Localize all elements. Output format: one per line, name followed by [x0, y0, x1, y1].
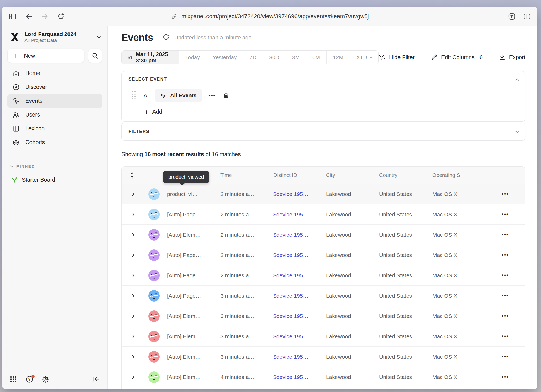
event-name[interactable]: [Auto] Elem… — [167, 354, 220, 360]
column-header-os[interactable]: Operating S — [432, 172, 485, 178]
distinct-id-link[interactable]: $device:195… — [273, 272, 326, 279]
hide-filter-button[interactable]: Hide Filter — [379, 54, 415, 61]
table-row[interactable]: [Auto] Elem… 2 minutes a… $device:195… L… — [122, 225, 525, 245]
preset-12m[interactable]: 12M — [326, 51, 350, 64]
table-row[interactable]: product_vi… 2 minutes a… $device:195… La… — [122, 184, 525, 204]
sidebar-item-users[interactable]: Users — [7, 108, 102, 122]
row-actions-icon[interactable]: ••• — [485, 374, 525, 380]
expand-row-icon[interactable] — [130, 335, 134, 338]
expand-row-icon[interactable] — [130, 315, 134, 318]
distinct-id-link[interactable]: $device:195… — [273, 333, 326, 340]
distinct-id-link[interactable]: $device:195… — [273, 232, 326, 238]
distinct-id-link[interactable]: $device:195… — [273, 293, 326, 299]
distinct-id-link[interactable]: $device:195… — [273, 252, 326, 258]
page-settings-icon[interactable] — [508, 13, 515, 20]
row-actions-icon[interactable]: ••• — [485, 272, 525, 278]
new-button[interactable]: + New — [7, 49, 84, 63]
column-header-time[interactable]: Time — [220, 172, 273, 178]
sidebar-item-events[interactable]: Events — [7, 94, 102, 108]
event-name[interactable]: [Auto] Elem… — [167, 333, 220, 340]
row-actions-icon[interactable]: ••• — [485, 211, 525, 217]
column-header-country[interactable]: Country — [379, 172, 432, 178]
settings-gear-icon[interactable] — [42, 375, 50, 383]
event-name[interactable]: [Auto] Page… — [167, 211, 220, 218]
sidebar-item-starter-board[interactable]: Starter Board — [7, 173, 102, 187]
table-row[interactable]: [Auto] Elem… 3 minutes a… $device:195… L… — [122, 326, 525, 347]
more-options-icon[interactable]: ••• — [209, 93, 216, 99]
search-button[interactable] — [88, 49, 102, 63]
event-name[interactable]: [Auto] Page… — [167, 272, 220, 279]
row-actions-icon[interactable]: ••• — [485, 354, 525, 360]
column-header-distinct-id[interactable]: Distinct ID — [273, 172, 326, 178]
preset-7d[interactable]: 7D — [243, 51, 263, 64]
help-icon[interactable]: ? — [26, 375, 33, 383]
event-name[interactable]: [Auto] Elem… — [167, 374, 220, 380]
row-actions-icon[interactable]: ••• — [485, 313, 525, 319]
sidebar-item-home[interactable]: Home — [7, 66, 102, 80]
row-actions-icon[interactable]: ••• — [485, 333, 525, 339]
sidebar-item-cohorts[interactable]: Cohorts — [7, 136, 102, 149]
expand-row-icon[interactable] — [130, 193, 134, 196]
event-name[interactable]: [Auto] Page… — [167, 252, 220, 258]
expand-row-icon[interactable] — [130, 274, 134, 277]
add-event-button[interactable]: + Add — [128, 108, 518, 115]
preset-xtd[interactable]: XTD — [350, 51, 378, 64]
split-view-icon[interactable] — [523, 13, 531, 20]
table-row[interactable]: [Auto] Elem… 3 minutes a… $device:195… L… — [122, 347, 525, 367]
event-time: 2 minutes a… — [220, 272, 273, 279]
collapse-sidebar-icon[interactable] — [92, 375, 100, 383]
row-actions-icon[interactable]: ••• — [485, 191, 525, 197]
collapse-panel-icon[interactable] — [515, 78, 519, 82]
event-selector-chip[interactable]: All Events — [155, 89, 202, 102]
expand-row-icon[interactable] — [130, 376, 134, 379]
sidebar-item-lexicon[interactable]: Lexicon — [7, 122, 102, 136]
table-row[interactable]: [Auto] Elem… 4 minutes a… $device:195… L… — [122, 367, 525, 387]
preset-30d[interactable]: 30D — [263, 51, 286, 64]
preset-6m[interactable]: 6M — [306, 51, 326, 64]
expand-row-icon[interactable] — [130, 233, 134, 236]
row-actions-icon[interactable]: ••• — [485, 232, 525, 238]
preset-yesterday[interactable]: Yesterday — [206, 51, 243, 64]
event-name[interactable]: [Auto] Elem… — [167, 232, 220, 238]
distinct-id-link[interactable]: $device:195… — [273, 211, 326, 218]
refresh-icon[interactable] — [163, 34, 170, 42]
table-row[interactable]: [Auto] Page… 3 minutes a… $device:195… L… — [122, 286, 525, 306]
event-name[interactable]: [Auto] Page… — [167, 293, 220, 299]
row-actions-icon[interactable]: ••• — [485, 252, 525, 258]
row-actions-icon[interactable]: ••• — [485, 293, 525, 299]
table-row[interactable]: [Auto] Page… 2 minutes a… $device:195… L… — [122, 265, 525, 286]
table-row[interactable] — [122, 387, 525, 389]
event-time: 3 minutes a… — [220, 333, 273, 340]
distinct-id-link[interactable]: $device:195… — [273, 191, 326, 197]
table-row[interactable]: [Auto] Page… 2 minutes a… $device:195… L… — [122, 245, 525, 265]
preset-today[interactable]: Today — [179, 51, 206, 64]
export-button[interactable]: Export — [499, 54, 525, 61]
date-picker[interactable]: Mar 11, 2025 3:30 pm — [122, 51, 179, 64]
edit-columns-button[interactable]: Edit Columns · 6 — [431, 54, 483, 61]
expand-row-icon[interactable] — [130, 355, 134, 358]
apps-grid-icon[interactable] — [9, 375, 17, 383]
table-row[interactable]: [Auto] Page… 2 minutes a… $device:195… L… — [122, 204, 525, 225]
sidebar-item-discover[interactable]: Discover — [7, 80, 102, 94]
table-row[interactable]: [Auto] Elem… 3 minutes a… $device:195… L… — [122, 306, 525, 326]
back-icon[interactable] — [25, 13, 32, 20]
project-switcher[interactable]: Lord Farquaad 2024 All Project Data — [7, 31, 102, 44]
address-bar[interactable]: mixpanel.com/project/3472420/view/397469… — [170, 7, 369, 26]
drag-handle-icon[interactable] — [132, 91, 136, 100]
preset-3m[interactable]: 3M — [286, 51, 306, 64]
collapse-rows-icon[interactable] — [122, 172, 143, 179]
column-header-city[interactable]: City — [326, 172, 379, 178]
distinct-id-link[interactable]: $device:195… — [273, 354, 326, 360]
reload-icon[interactable] — [57, 13, 65, 20]
event-name[interactable]: [Auto] Elem… — [167, 313, 220, 319]
event-name[interactable]: product_vi… — [167, 191, 220, 197]
trash-icon[interactable] — [223, 92, 230, 99]
pinned-section-header[interactable]: PINNED — [7, 164, 102, 168]
panel-toggle-icon[interactable] — [9, 13, 16, 20]
distinct-id-link[interactable]: $device:195… — [273, 374, 326, 380]
expand-panel-icon[interactable] — [515, 130, 519, 133]
distinct-id-link[interactable]: $device:195… — [273, 313, 326, 319]
expand-row-icon[interactable] — [130, 294, 134, 297]
expand-row-icon[interactable] — [130, 254, 134, 257]
expand-row-icon[interactable] — [130, 213, 134, 216]
